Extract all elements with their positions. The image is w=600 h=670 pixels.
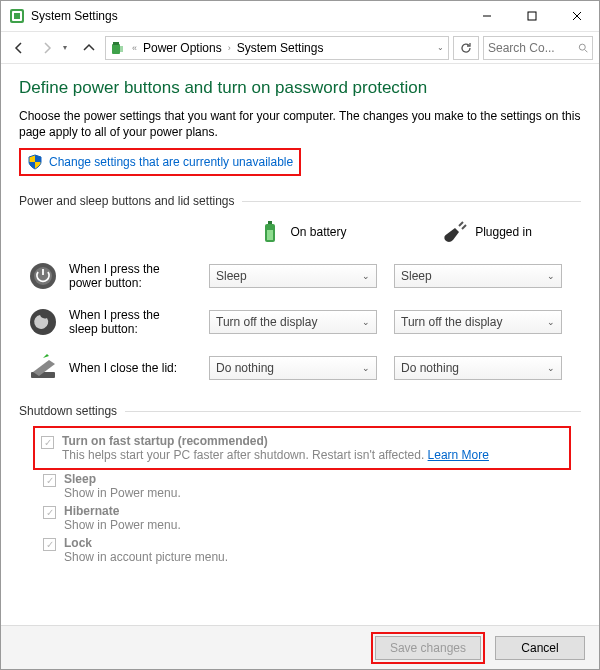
power-plugged-dropdown[interactable]: Sleep⌄ <box>394 264 562 288</box>
chevron-down-icon: ⌄ <box>547 363 555 373</box>
section-shutdown: Shutdown settings <box>19 404 581 418</box>
fast-startup-highlight: ✓ Turn on fast startup (recommended) Thi… <box>33 426 571 470</box>
svg-rect-14 <box>267 230 273 240</box>
svg-rect-7 <box>112 44 120 54</box>
chevron-down-icon: ⌄ <box>362 363 370 373</box>
navbar: ▾ « Power Options › System Settings ⌄ <box>1 31 599 64</box>
battery-icon <box>256 218 284 246</box>
sleep-button-icon <box>27 306 59 338</box>
svg-point-10 <box>579 44 585 50</box>
svg-line-15 <box>459 222 463 226</box>
svg-rect-2 <box>14 13 20 19</box>
row-power-label: When I press the power button: <box>69 262 189 291</box>
row-sleep-label: When I press the sleep button: <box>69 308 189 337</box>
section-power-sleep: Power and sleep buttons and lid settings <box>19 194 581 208</box>
lid-icon <box>27 352 59 384</box>
shutdown-lock-desc: Show in account picture menu. <box>64 550 581 564</box>
chevron-down-icon: ⌄ <box>362 317 370 327</box>
chevron-down-icon[interactable]: ⌄ <box>437 43 444 52</box>
window-title: System Settings <box>31 9 464 23</box>
shutdown-sleep-title: Sleep <box>64 472 581 486</box>
lock-checkbox[interactable]: ✓ <box>43 538 56 551</box>
svg-line-16 <box>462 225 466 229</box>
shutdown-hibernate-title: Hibernate <box>64 504 581 518</box>
maximize-button[interactable] <box>509 1 554 31</box>
refresh-button[interactable] <box>453 36 479 60</box>
svg-rect-9 <box>120 46 123 52</box>
save-button[interactable]: Save changes <box>375 636 481 660</box>
control-panel-icon <box>9 8 25 24</box>
shutdown-sleep-desc: Show in Power menu. <box>64 486 581 500</box>
search-box[interactable] <box>483 36 593 60</box>
shutdown-hibernate-desc: Show in Power menu. <box>64 518 581 532</box>
fast-startup-checkbox[interactable]: ✓ <box>41 436 54 449</box>
cancel-button[interactable]: Cancel <box>495 636 585 660</box>
chevron-down-icon: ⌄ <box>362 271 370 281</box>
titlebar: System Settings <box>1 1 599 31</box>
intro-paragraph: Choose the power settings that you want … <box>19 108 581 140</box>
history-dropdown-icon[interactable]: ▾ <box>63 43 73 52</box>
svg-rect-13 <box>268 221 272 224</box>
breadcrumb-l2[interactable]: System Settings <box>237 41 324 55</box>
svg-rect-4 <box>528 12 536 20</box>
breadcrumb-sep-icon: « <box>130 43 139 53</box>
uac-shield-icon <box>27 154 43 170</box>
save-button-highlight: Save changes <box>371 632 485 664</box>
fast-startup-title: Turn on fast startup (recommended) <box>62 434 563 448</box>
breadcrumb-l1[interactable]: Power Options <box>143 41 222 55</box>
svg-line-11 <box>585 49 588 52</box>
power-battery-dropdown[interactable]: Sleep⌄ <box>209 264 377 288</box>
hibernate-checkbox[interactable]: ✓ <box>43 506 56 519</box>
search-icon <box>578 42 588 54</box>
column-plugged: Plugged in <box>394 218 579 246</box>
address-bar[interactable]: « Power Options › System Settings ⌄ <box>105 36 449 60</box>
admin-link[interactable]: Change settings that are currently unava… <box>49 155 293 169</box>
svg-rect-8 <box>113 42 119 45</box>
shutdown-lock-title: Lock <box>64 536 581 550</box>
lid-plugged-dropdown[interactable]: Do nothing⌄ <box>394 356 562 380</box>
learn-more-link[interactable]: Learn More <box>428 448 489 462</box>
sleep-plugged-dropdown[interactable]: Turn off the display⌄ <box>394 310 562 334</box>
fast-startup-desc: This helps start your PC faster after sh… <box>62 448 563 462</box>
page-heading: Define power buttons and turn on passwor… <box>19 78 581 98</box>
sleep-checkbox[interactable]: ✓ <box>43 474 56 487</box>
chevron-down-icon: ⌄ <box>547 317 555 327</box>
sleep-battery-dropdown[interactable]: Turn off the display⌄ <box>209 310 377 334</box>
footer-bar: Save changes Cancel <box>1 625 599 669</box>
content-area: Define power buttons and turn on passwor… <box>1 64 599 566</box>
up-button[interactable] <box>77 36 101 60</box>
row-lid-label: When I close the lid: <box>69 361 189 375</box>
back-button[interactable] <box>7 36 31 60</box>
power-button-icon <box>27 260 59 292</box>
forward-button[interactable] <box>35 36 59 60</box>
minimize-button[interactable] <box>464 1 509 31</box>
admin-link-highlight: Change settings that are currently unava… <box>19 148 301 176</box>
column-battery: On battery <box>209 218 394 246</box>
lid-battery-dropdown[interactable]: Do nothing⌄ <box>209 356 377 380</box>
plug-icon <box>441 218 469 246</box>
chevron-down-icon: ⌄ <box>547 271 555 281</box>
chevron-right-icon: › <box>226 43 233 53</box>
search-input[interactable] <box>488 41 574 55</box>
power-options-icon <box>110 40 126 56</box>
close-button[interactable] <box>554 1 599 31</box>
